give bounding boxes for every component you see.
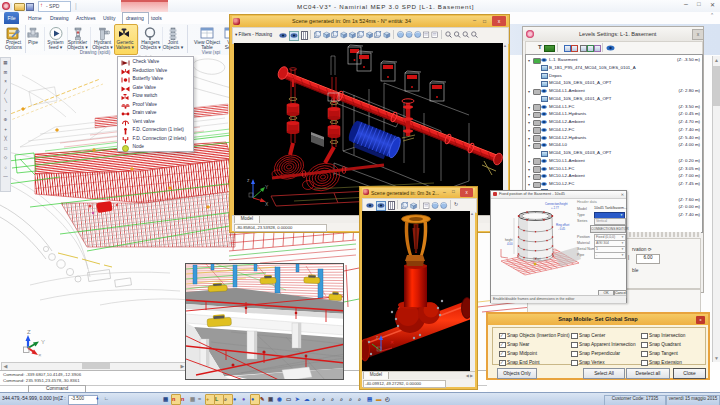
svg-text:+ 2.77: + 2.77 — [551, 206, 559, 210]
svg-text:Z: Z — [27, 329, 31, 335]
svg-text:Y: Y — [41, 339, 45, 345]
svg-text:X: X — [265, 201, 269, 207]
svg-text:✕: ✕ — [390, 339, 394, 345]
svg-text:Offset: Offset — [533, 257, 541, 261]
svg-text:Y: Y — [265, 184, 269, 190]
svg-text:- 0.45: - 0.45 — [558, 227, 566, 231]
svg-text:z: z — [247, 177, 250, 183]
svg-text:×: × — [38, 352, 42, 358]
svg-text:4.00: 4.00 — [507, 242, 513, 246]
